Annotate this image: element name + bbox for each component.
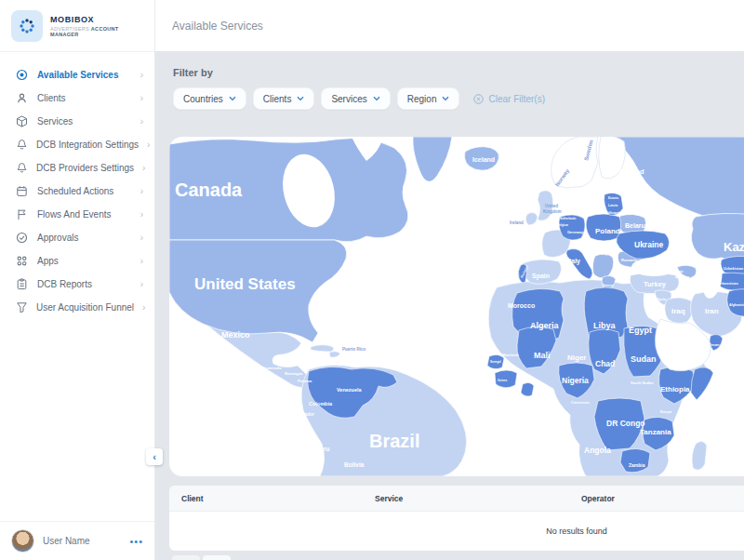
chevron-down-icon	[373, 96, 380, 101]
clients-filter-dropdown[interactable]: Clients	[253, 87, 315, 110]
sidebar-collapse-button[interactable]: ‹	[146, 448, 163, 465]
map-label-lithuania: Lithuania	[606, 211, 621, 215]
map-label-bolivia: Bolivia	[344, 461, 365, 468]
avatar	[11, 529, 34, 553]
sidebar-item-label: Scheduled Actions	[37, 186, 132, 196]
map-label-sudan: Sudan	[631, 354, 657, 364]
main-area: Available Services Filter by Countries C…	[155, 0, 744, 560]
flag-icon	[16, 208, 29, 221]
map-label-greece: Greece	[603, 284, 614, 287]
map-label-latvia: Latvia	[608, 204, 618, 207]
brand-name: MOBIBOX	[50, 15, 143, 24]
results-table: Client Service Operator No results found	[169, 486, 744, 551]
sidebar-item-available-services[interactable]: Available Services ›	[0, 63, 154, 87]
sidebar-item-approvals[interactable]: Approvals ›	[0, 226, 154, 249]
map-label-spain: Spain	[532, 273, 550, 280]
map-label-united: United	[545, 204, 558, 208]
map-label-panama: Panama	[298, 379, 312, 383]
map-label-mali: Mali	[534, 351, 551, 360]
sidebar-item-clients[interactable]: Clients ›	[0, 87, 154, 110]
pagination-prev-button[interactable]	[172, 555, 200, 560]
black-sea	[631, 258, 676, 276]
country-zambia	[620, 448, 650, 472]
chevron-down-icon	[297, 96, 304, 101]
table-header-row: Client Service Operator	[169, 486, 744, 512]
sidebar-item-flows-and-events[interactable]: Flows And Events ›	[0, 203, 154, 226]
services-filter-dropdown[interactable]: Services	[321, 87, 390, 110]
map-label-uzbekistan: Uzbekistan	[724, 266, 744, 271]
check-circle-icon	[16, 232, 29, 245]
filter-button-label: Services	[331, 94, 366, 104]
map-label-angola: Angola	[584, 446, 611, 455]
pagination-next-button[interactable]	[203, 555, 231, 560]
sidebar-item-user-acquisition-funnel[interactable]: User Acquisition Funnel ›	[0, 296, 154, 319]
map-label-cameroon: Cameroon	[571, 400, 590, 405]
chevron-down-icon	[229, 96, 236, 101]
map-label-kenya: Kenya	[660, 409, 672, 414]
map-label-iceland: Iceland	[472, 156, 495, 163]
sidebar-item-label: Services	[37, 116, 132, 127]
sidebar-item-dcb-providers-settings[interactable]: DCB Providers Settings ›	[0, 156, 154, 180]
map-label-estonia: Estonia	[608, 196, 618, 200]
map-label-iran: Iran	[705, 307, 719, 315]
map-label-ecuador: Ecuador	[296, 411, 314, 417]
sidebar-item-label: User Acquisition Funnel	[36, 302, 134, 313]
filter-by-label: Filter by	[173, 67, 744, 78]
country-somalia	[691, 367, 713, 400]
sidebar-item-label: DCB Integration Settings	[36, 140, 139, 150]
world-map[interactable]: CanadaUnited StatesMexicoGuatemalaNicara…	[169, 137, 744, 476]
chevron-right-icon: ›	[142, 164, 145, 173]
map-label-algeria: Algeria	[530, 321, 560, 330]
country-cuba	[311, 345, 334, 352]
country-hispaniola	[329, 352, 340, 357]
chevron-right-icon: ›	[147, 140, 150, 150]
chevron-right-icon: ›	[140, 117, 143, 127]
sidebar-item-dcb-integration-settings[interactable]: DCB Integration Settings ›	[0, 133, 154, 156]
map-label-senegal: Senegal	[490, 360, 501, 364]
country-ireland	[525, 213, 538, 225]
chevron-right-icon: ›	[140, 187, 143, 196]
sidebar-item-services[interactable]: Services ›	[0, 110, 154, 133]
region-filter-dropdown[interactable]: Region	[397, 87, 460, 110]
country-greenland	[413, 137, 452, 181]
map-label-belgium: Belgium	[557, 223, 568, 227]
clipboard-icon	[16, 278, 29, 291]
countries-filter-dropdown[interactable]: Countries	[173, 87, 246, 110]
map-label-mauritania: Mauritania	[502, 353, 519, 357]
map-label-tanzania: Tanzania	[640, 428, 671, 436]
map-label-guinea: Guinea	[498, 379, 508, 382]
map-label-nicaragua: Nicaragua	[285, 371, 303, 376]
chevron-right-icon: ›	[142, 303, 145, 313]
map-label-belarus: Belarus	[625, 222, 649, 229]
page-title: Available Services	[172, 20, 263, 33]
person-icon	[16, 92, 29, 105]
map-label-libya: Libya	[593, 321, 617, 330]
sidebar: MOBIBOX ADVERTISERS ACCOUNT MANAGER Avai…	[0, 0, 155, 560]
filter-button-label: Countries	[183, 94, 223, 104]
map-label-turkey: Turkey	[644, 280, 667, 288]
map-label-south-sudan: South Sudan	[631, 380, 654, 385]
sidebar-item-label: Apps	[37, 256, 132, 266]
sidebar-item-scheduled-actions[interactable]: Scheduled Actions ›	[0, 180, 154, 203]
sidebar-item-dcb-reports[interactable]: DCB Reports ›	[0, 273, 154, 296]
sidebar-item-apps[interactable]: Apps ›	[0, 249, 154, 273]
filter-button-label: Region	[407, 94, 437, 104]
user-block: User Name •••	[0, 521, 154, 560]
chevron-down-icon	[442, 96, 449, 101]
map-label-italy: Italy	[567, 258, 580, 265]
calendar-icon	[16, 185, 29, 198]
map-label-netherlands: Netherlands	[560, 217, 577, 220]
map-label-azerbaijan: Azerbaijan	[675, 275, 689, 279]
map-label-brazil: Brazil	[369, 431, 419, 451]
column-header-service: Service	[375, 494, 403, 503]
user-menu-dots-icon[interactable]: •••	[129, 536, 143, 547]
map-label-ukraine: Ukraine	[634, 240, 663, 249]
clear-filters-button[interactable]: Clear Filter(s)	[473, 94, 545, 104]
chevron-right-icon: ›	[140, 71, 143, 80]
chevron-right-icon: ›	[140, 257, 143, 266]
funnel-icon	[16, 301, 28, 314]
region-west-africa-3	[521, 382, 534, 396]
chevron-right-icon: ›	[140, 280, 143, 289]
sidebar-item-label: Approvals	[37, 233, 132, 243]
map-label-germany: Germany	[567, 230, 584, 234]
